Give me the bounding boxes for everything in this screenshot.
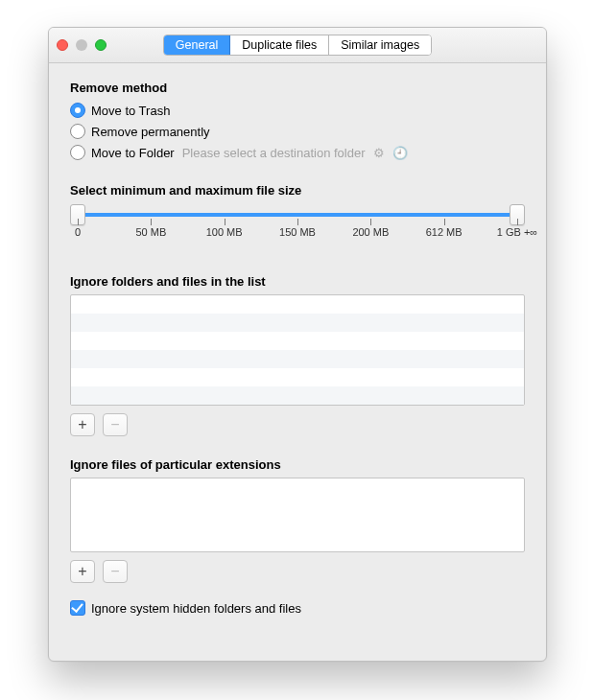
list-row [71,368,524,386]
ignore-list-buttons: + − [70,413,525,436]
content: Remove method Move to Trash Remove perma… [49,63,546,635]
destination-folder-hint: Please select a destination folder [182,146,366,160]
add-ignore-folder-button[interactable]: + [70,413,95,436]
ignore-ext-buttons: + − [70,560,525,583]
tick-label: 100 MB [206,226,243,238]
radio-move-to-trash[interactable]: Move to Trash [70,101,525,120]
radio-label: Move to Trash [91,104,170,118]
ignore-list[interactable] [70,294,525,406]
ignore-hidden-row[interactable]: Ignore system hidden folders and files [70,600,525,616]
radio-indicator [70,145,85,160]
list-row [71,350,524,368]
close-window-button[interactable] [57,39,68,51]
radio-remove-permanently[interactable]: Remove permanently [70,122,525,141]
remove-method-heading: Remove method [70,81,525,95]
tab-bar: General Duplicate files Similar images [163,35,432,56]
list-row [71,295,524,314]
tick-label: 150 MB [279,226,316,238]
tab-duplicate-files[interactable]: Duplicate files [230,35,329,55]
tick-label: 612 MB [426,226,463,238]
radio-indicator [70,103,85,118]
ignore-ext-list[interactable] [70,478,525,552]
radio-label: Remove permanently [91,125,210,139]
size-slider-heading: Select minimum and maximum file size [70,183,525,198]
tick-label: 0 [75,226,81,238]
radio-move-to-folder[interactable]: Move to Folder Please select a destinati… [70,143,525,162]
add-ignore-ext-button[interactable]: + [70,560,95,583]
ignore-hidden-label: Ignore system hidden folders and files [91,601,301,616]
ignore-ext-section: Ignore files of particular extensions + … [70,457,525,583]
remove-ignore-folder-button[interactable]: − [103,413,128,436]
reveal-icon[interactable]: 🕘 [392,146,408,160]
checkbox-indicator [70,600,85,616]
window-controls [57,39,107,51]
radio-label: Move to Folder [91,146,175,160]
preferences-window: General Duplicate files Similar images R… [48,27,547,662]
size-slider-section: Select minimum and maximum file size 0 5… [70,183,525,236]
slider-track [78,213,517,217]
tab-similar-images[interactable]: Similar images [329,35,431,55]
tick-label: 1 GB +∞ [497,226,537,238]
tick-label: 200 MB [352,226,389,238]
ignore-list-section: Ignore folders and files in the list + − [70,274,525,436]
list-row [71,332,524,350]
list-row [71,314,524,332]
zoom-window-button[interactable] [95,39,107,51]
remove-ignore-ext-button[interactable]: − [103,560,128,583]
tick-label: 50 MB [135,226,166,238]
size-range-slider[interactable]: 0 50 MB 100 MB 150 MB 200 MB 612 MB 1 GB… [70,207,525,236]
tab-general[interactable]: General [164,35,230,55]
minimize-window-button[interactable] [76,39,87,51]
gear-icon[interactable]: ⚙ [373,146,385,160]
radio-indicator [70,124,85,139]
titlebar: General Duplicate files Similar images [49,28,546,63]
list-row [71,386,524,405]
ignore-list-heading: Ignore folders and files in the list [70,274,525,289]
ignore-ext-heading: Ignore files of particular extensions [70,457,525,472]
remove-method-section: Remove method Move to Trash Remove perma… [70,81,525,162]
